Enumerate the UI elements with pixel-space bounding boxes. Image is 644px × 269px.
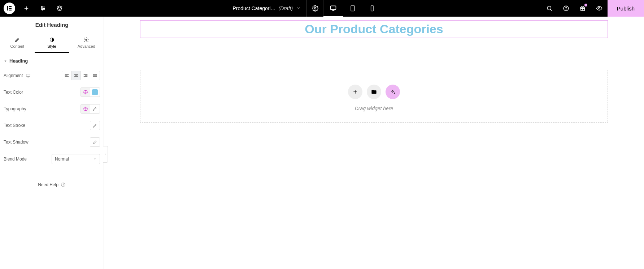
text-shadow-label: Text Shadow bbox=[4, 140, 29, 145]
desktop-icon bbox=[26, 73, 31, 78]
control-text-color: Text Color bbox=[4, 84, 100, 101]
align-justify-button[interactable] bbox=[90, 71, 100, 80]
svg-rect-3 bbox=[9, 10, 12, 10]
help-icon bbox=[61, 182, 66, 187]
text-stroke-edit-button[interactable] bbox=[90, 121, 100, 130]
align-right-button[interactable] bbox=[81, 71, 90, 80]
control-text-stroke: Text Stroke bbox=[4, 117, 100, 134]
help-button[interactable] bbox=[558, 0, 574, 17]
blend-mode-label: Blend Mode bbox=[4, 157, 27, 162]
topbar-left bbox=[0, 0, 68, 17]
empty-container-dropzone[interactable]: Drag widget here bbox=[140, 70, 608, 123]
text-shadow-control[interactable] bbox=[90, 137, 100, 147]
typography-edit-button[interactable] bbox=[90, 104, 100, 113]
document-status: (Draft) bbox=[279, 5, 293, 11]
publish-label: Publish bbox=[617, 5, 635, 12]
need-help-link[interactable]: Need Help bbox=[0, 168, 104, 202]
ai-generate-button[interactable] bbox=[386, 85, 400, 99]
color-swatch-button[interactable] bbox=[90, 88, 100, 97]
document-title: Product Categori… bbox=[233, 5, 276, 11]
text-color-label: Text Color bbox=[4, 90, 23, 95]
chevron-down-icon bbox=[93, 157, 97, 161]
workspace: Edit Heading Content Style Advanced Head… bbox=[0, 17, 644, 269]
control-alignment: Alignment Center bbox=[4, 67, 100, 84]
chevron-down-icon bbox=[296, 6, 301, 11]
svg-rect-21 bbox=[26, 74, 30, 76]
svg-rect-1 bbox=[9, 6, 12, 7]
section-heading-label: Heading bbox=[9, 58, 28, 64]
device-desktop-tab[interactable] bbox=[323, 0, 343, 17]
tab-content[interactable]: Content bbox=[0, 33, 35, 53]
svg-point-6 bbox=[42, 9, 43, 10]
typography-label: Typography bbox=[4, 106, 26, 111]
responsive-device-tabs bbox=[323, 0, 382, 17]
device-mobile-tab[interactable] bbox=[362, 0, 382, 17]
blend-mode-value: Normal bbox=[55, 157, 69, 162]
svg-point-25 bbox=[63, 186, 64, 186]
site-settings-button[interactable] bbox=[35, 0, 51, 17]
svg-point-20 bbox=[86, 39, 87, 40]
elementor-logo[interactable] bbox=[4, 3, 15, 14]
svg-rect-8 bbox=[331, 6, 336, 9]
text-color-control[interactable] bbox=[80, 87, 100, 97]
alignment-label: Alignment bbox=[4, 73, 23, 78]
dropzone-hint: Drag widget here bbox=[140, 106, 608, 111]
tab-style-label: Style bbox=[47, 44, 56, 48]
controls-list: Alignment Center Text Color bbox=[0, 67, 104, 168]
tab-advanced[interactable]: Advanced bbox=[69, 33, 104, 53]
align-left-button[interactable] bbox=[62, 71, 71, 80]
control-blend-mode: Blend Mode Normal bbox=[4, 150, 100, 168]
add-widget-button[interactable] bbox=[348, 85, 362, 99]
topbar-right: Publish bbox=[541, 0, 644, 17]
tab-style[interactable]: Style bbox=[35, 33, 69, 53]
add-element-button[interactable] bbox=[18, 0, 35, 17]
publish-button[interactable]: Publish bbox=[608, 0, 644, 17]
collapse-sidebar-handle[interactable] bbox=[103, 146, 108, 163]
dropzone-buttons bbox=[140, 85, 608, 99]
notification-dot bbox=[584, 4, 587, 7]
svg-point-5 bbox=[44, 8, 45, 9]
heading-widget[interactable]: Our Product Categories bbox=[140, 20, 608, 38]
control-typography: Typography bbox=[4, 101, 100, 117]
svg-rect-11 bbox=[371, 6, 374, 11]
svg-point-15 bbox=[566, 9, 566, 10]
tab-advanced-label: Advanced bbox=[78, 44, 95, 48]
typography-control[interactable] bbox=[80, 104, 100, 114]
svg-rect-2 bbox=[9, 8, 12, 9]
panel-tabs: Content Style Advanced bbox=[0, 33, 104, 53]
svg-point-4 bbox=[42, 7, 43, 8]
alignment-choices: Center bbox=[62, 71, 100, 80]
finder-search-button[interactable] bbox=[541, 0, 558, 17]
global-typography-icon[interactable] bbox=[81, 104, 90, 113]
color-swatch bbox=[92, 89, 98, 95]
svg-point-7 bbox=[314, 8, 316, 9]
align-center-button[interactable] bbox=[71, 71, 81, 80]
svg-point-13 bbox=[547, 6, 551, 10]
whats-new-button[interactable] bbox=[574, 0, 591, 17]
topbar: Product Categori… (Draft) bbox=[0, 0, 644, 17]
text-stroke-label: Text Stroke bbox=[4, 123, 25, 128]
editor-sidebar: Edit Heading Content Style Advanced Head… bbox=[0, 17, 104, 269]
structure-button[interactable] bbox=[51, 0, 68, 17]
global-color-icon[interactable] bbox=[81, 88, 90, 97]
section-heading-toggle[interactable]: Heading bbox=[0, 53, 104, 67]
tab-content-label: Content bbox=[10, 44, 25, 48]
panel-title: Edit Heading bbox=[0, 17, 104, 33]
device-tablet-tab[interactable] bbox=[343, 0, 362, 17]
text-shadow-edit-button[interactable] bbox=[90, 138, 100, 146]
text-stroke-control[interactable] bbox=[90, 121, 100, 130]
preview-button[interactable] bbox=[591, 0, 608, 17]
page-settings-button[interactable] bbox=[307, 0, 323, 17]
svg-rect-0 bbox=[7, 6, 8, 10]
document-title-group[interactable]: Product Categori… (Draft) bbox=[227, 0, 307, 17]
heading-text: Our Product Categories bbox=[140, 22, 608, 36]
add-template-button[interactable] bbox=[367, 85, 381, 99]
svg-rect-9 bbox=[351, 6, 354, 11]
editor-canvas[interactable]: Our Product Categories Drag widget here bbox=[104, 17, 644, 269]
blend-mode-select[interactable]: Normal bbox=[52, 154, 100, 164]
svg-point-18 bbox=[599, 8, 600, 9]
topbar-center: Product Categori… (Draft) bbox=[68, 0, 541, 17]
need-help-label: Need Help bbox=[38, 182, 58, 187]
control-text-shadow: Text Shadow bbox=[4, 134, 100, 150]
